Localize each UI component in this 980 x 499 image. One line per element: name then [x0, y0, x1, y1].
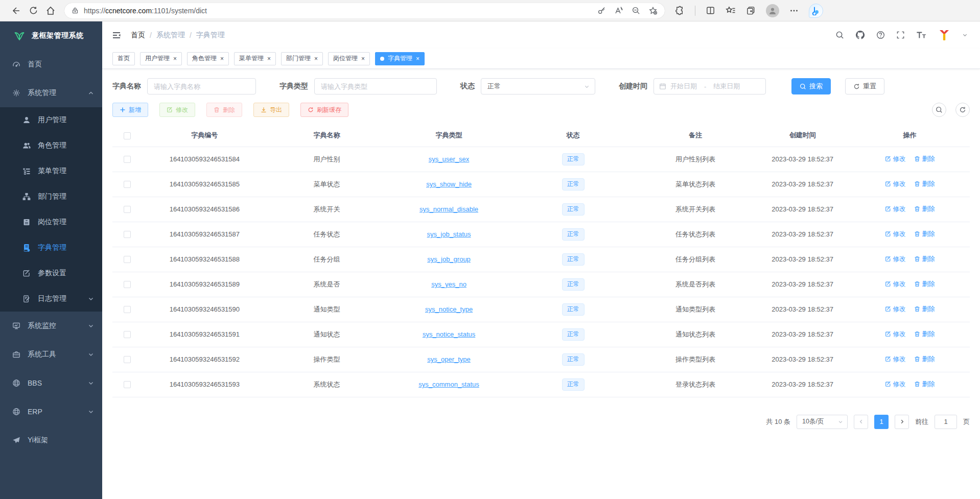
row-delete-button[interactable]: 删除 — [914, 330, 935, 339]
row-checkbox[interactable] — [124, 306, 131, 313]
help-icon[interactable] — [876, 31, 885, 39]
tab-dict-mgmt[interactable]: 字典管理× — [375, 52, 425, 65]
row-checkbox[interactable] — [124, 156, 131, 163]
tab-dept-mgmt[interactable]: 部门管理× — [281, 52, 323, 65]
home-icon[interactable] — [42, 2, 59, 19]
sidebar-item-dict-mgmt[interactable]: 字典管理 — [0, 235, 102, 260]
tab-user-mgmt[interactable]: 用户管理× — [140, 52, 182, 65]
row-checkbox[interactable] — [124, 206, 131, 213]
row-edit-button[interactable]: 修改 — [885, 255, 906, 264]
search-icon[interactable] — [835, 31, 844, 39]
sidebar-item-user-mgmt[interactable]: 用户管理 — [0, 107, 102, 133]
close-icon[interactable]: × — [173, 56, 177, 62]
row-edit-button[interactable]: 修改 — [885, 380, 906, 389]
close-icon[interactable]: × — [361, 56, 365, 62]
refresh-icon[interactable] — [25, 2, 42, 19]
dict-type-link[interactable]: sys_notice_type — [425, 305, 473, 313]
sidebar-item-param-settings[interactable]: 参数设置 — [0, 260, 102, 286]
row-delete-button[interactable]: 删除 — [914, 205, 935, 213]
row-checkbox[interactable] — [124, 356, 131, 363]
date-range-picker[interactable]: 开始日期 - 结束日期 — [654, 78, 766, 94]
row-edit-button[interactable]: 修改 — [885, 230, 906, 239]
close-icon[interactable]: × — [314, 56, 318, 62]
current-page[interactable]: 1 — [874, 415, 889, 429]
brand-logo[interactable] — [938, 29, 951, 42]
dict-type-link[interactable]: sys_user_sex — [429, 155, 469, 163]
add-button[interactable]: 新增 — [112, 103, 148, 117]
sidebar-item-dept-mgmt[interactable]: 部门管理 — [0, 184, 102, 209]
row-checkbox[interactable] — [124, 381, 131, 388]
sidebar-item-role-mgmt[interactable]: 角色管理 — [0, 133, 102, 158]
sidebar-item-erp[interactable]: ERP — [0, 397, 102, 426]
sidebar-item-menu-mgmt[interactable]: 菜单管理 — [0, 158, 102, 184]
next-page-button[interactable] — [895, 415, 909, 429]
row-edit-button[interactable]: 修改 — [885, 205, 906, 213]
back-icon[interactable] — [7, 2, 25, 19]
tab-post-mgmt[interactable]: 岗位管理× — [328, 52, 370, 65]
tab-menu-mgmt[interactable]: 菜单管理× — [234, 52, 276, 65]
status-select[interactable]: 正常 — [481, 78, 595, 94]
refresh-cache-button[interactable]: 刷新缓存 — [300, 103, 348, 117]
row-delete-button[interactable]: 删除 — [914, 230, 935, 239]
row-delete-button[interactable]: 删除 — [914, 305, 935, 314]
github-icon[interactable] — [855, 30, 865, 40]
row-delete-button[interactable]: 删除 — [914, 255, 935, 264]
tab-role-mgmt[interactable]: 角色管理× — [187, 52, 229, 65]
dict-type-link[interactable]: sys_oper_type — [427, 355, 471, 363]
row-edit-button[interactable]: 修改 — [885, 155, 906, 163]
toggle-search-button[interactable] — [932, 103, 946, 117]
row-edit-button[interactable]: 修改 — [885, 355, 906, 364]
sidebar-item-system-monitor[interactable]: 系统监控 — [0, 312, 102, 340]
row-edit-button[interactable]: 修改 — [885, 280, 906, 289]
font-size-icon[interactable] — [916, 31, 926, 39]
row-checkbox[interactable] — [124, 331, 131, 338]
sidebar-item-bbs[interactable]: BBS — [0, 369, 102, 397]
edit-button[interactable]: 修改 — [159, 103, 195, 117]
favorite-add-icon[interactable] — [648, 6, 658, 15]
sidebar-item-system-mgmt[interactable]: 系统管理 — [0, 79, 102, 107]
sidebar-item-log-mgmt[interactable]: 日志管理 — [0, 286, 102, 312]
close-icon[interactable]: × — [267, 56, 271, 62]
copilot-icon[interactable] — [809, 4, 823, 18]
sidebar-item-system-tools[interactable]: 系统工具 — [0, 340, 102, 369]
dict-name-input[interactable] — [147, 78, 256, 94]
breadcrumb-level1[interactable]: 系统管理 — [156, 31, 185, 40]
search-button[interactable]: 搜索 — [791, 78, 831, 94]
breadcrumb-home[interactable]: 首页 — [131, 31, 145, 40]
dict-type-link[interactable]: sys_job_status — [427, 230, 471, 238]
row-checkbox[interactable] — [124, 231, 131, 238]
dict-type-link[interactable]: sys_normal_disable — [419, 205, 478, 213]
row-checkbox[interactable] — [124, 281, 131, 288]
row-edit-button[interactable]: 修改 — [885, 305, 906, 314]
select-all-checkbox[interactable] — [124, 132, 131, 139]
row-checkbox[interactable] — [124, 181, 131, 188]
sidebar-item-home[interactable]: 首页 — [0, 50, 102, 79]
refresh-table-button[interactable] — [955, 103, 970, 117]
tab-home[interactable]: 首页 — [112, 52, 135, 65]
favorites-icon[interactable] — [726, 6, 736, 16]
row-edit-button[interactable]: 修改 — [885, 180, 906, 188]
row-delete-button[interactable]: 删除 — [914, 280, 935, 289]
sidebar-item-yi-framework[interactable]: Yi框架 — [0, 426, 102, 455]
extensions-icon[interactable] — [675, 6, 685, 15]
read-aloud-icon[interactable] — [614, 6, 623, 15]
more-icon[interactable] — [789, 6, 799, 15]
prev-page-button[interactable] — [854, 415, 868, 429]
row-checkbox[interactable] — [124, 256, 131, 263]
profile-avatar[interactable] — [766, 4, 779, 17]
goto-page-input[interactable] — [935, 415, 957, 429]
reset-button[interactable]: 重置 — [845, 78, 884, 94]
export-button[interactable]: 导出 — [253, 103, 289, 117]
row-delete-button[interactable]: 删除 — [914, 355, 935, 364]
fullscreen-icon[interactable] — [896, 31, 905, 39]
collections-icon[interactable] — [746, 6, 756, 15]
caret-down-icon[interactable] — [962, 32, 968, 38]
key-icon[interactable] — [597, 6, 606, 15]
dict-type-link[interactable]: sys_job_group — [427, 255, 471, 263]
dict-type-link[interactable]: sys_notice_status — [423, 330, 475, 338]
sidebar-collapse-icon[interactable] — [111, 30, 122, 40]
row-delete-button[interactable]: 删除 — [914, 155, 935, 163]
dict-type-input[interactable] — [314, 78, 437, 94]
zoom-out-icon[interactable] — [632, 6, 640, 15]
split-screen-icon[interactable] — [706, 6, 715, 15]
